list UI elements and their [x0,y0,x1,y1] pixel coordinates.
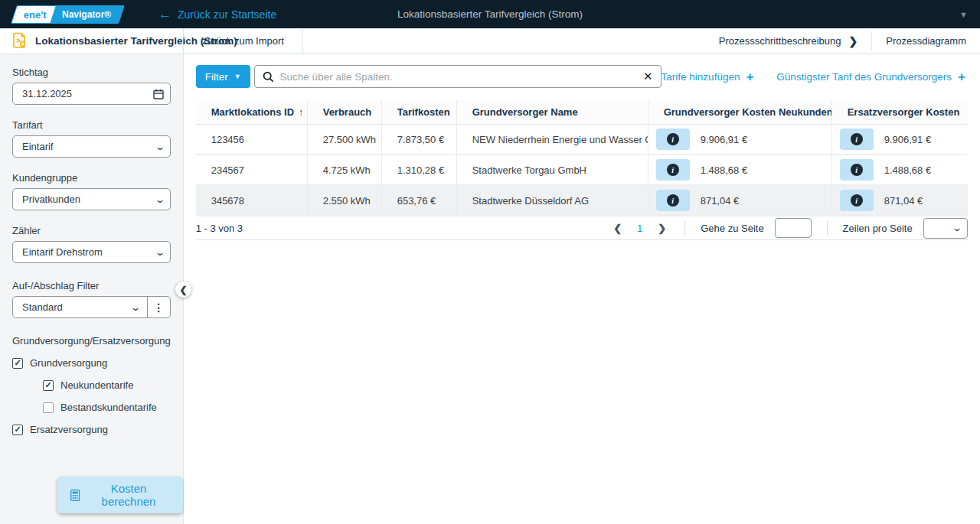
cell-verbrauch: 4.725 kWh [307,155,381,184]
info-button[interactable]: i [656,190,690,211]
cell-marktlokations-id: 345678 [196,186,307,215]
stichtag-date-input[interactable]: 31.12.2025 [12,83,171,105]
cell-ersatzversorger-kosten: i 9.906,91 € [831,125,968,154]
clear-search-icon[interactable]: ✕ [640,70,656,83]
pagination-divider [827,220,828,236]
info-button[interactable]: i [656,159,690,181]
checkbox-icon[interactable]: ✓ [43,380,54,391]
search-input[interactable] [280,71,640,83]
info-button[interactable]: i [840,190,874,211]
page-header-spacer [303,28,705,54]
add-tariffs-label: Tarife hinzufügen [662,71,740,83]
column-header-ersatzversorger-kosten[interactable]: Ersatzversorger Kosten [831,100,968,124]
column-header-label: Grundversorger Name [472,106,578,118]
aufabschlag-more-options-button[interactable]: ⋮ [147,297,170,317]
page-header-left: Lokationsbasierter Tarifvergleich (Strom… [0,28,184,54]
filter-button[interactable]: Filter ▼ [196,65,250,88]
cell-grundversorger-kosten: i 1.488,68 € [648,155,831,184]
tarifart-select[interactable]: Eintarif ⌄ [12,135,171,158]
cost-value: 871,04 € [884,195,923,207]
tarifart-value: Eintarif [22,141,156,152]
tab-back-to-import[interactable]: zurück zum Import [184,28,303,54]
column-header-grundversorger-name[interactable]: Grundversorger Name [456,100,648,124]
checkbox-icon[interactable]: ✓ [12,358,23,369]
cell-grundversorger-name: Stadtwerke Düsseldorf AG [456,186,648,215]
page-number[interactable]: 1 [635,223,644,234]
tariff-comparison-table: Marktlokations ID ↑ Verbrauch Tarifkoste… [196,100,968,240]
checkbox-ersatzversorgung[interactable]: ✓ Ersatzversorgung [12,424,171,435]
plus-icon: + [746,70,753,83]
zaehler-label: Zähler [12,225,171,236]
info-button[interactable]: i [840,129,874,150]
checkbox-label: Grundversorgung [30,357,107,369]
main-panel: Filter ▼ ✕ Tarife hinzufügen + Günstigst… [184,54,980,524]
aufabschlag-select[interactable]: Standard ⌄ [13,297,147,317]
content-area: Stichtag 31.12.2025 Tarifart Eintarif ⌄ … [0,54,980,524]
search-box: ✕ [254,65,662,88]
column-header-tarifkosten[interactable]: Tarifkosten [381,100,456,124]
process-diagram-link[interactable]: Prozessdiagramm [872,28,980,54]
cell-verbrauch: 2.550 kWh [307,186,381,215]
cell-marktlokations-id: 123456 [196,125,307,154]
calculate-costs-button[interactable]: Kosten berechnen [57,477,183,513]
column-header-verbrauch[interactable]: Verbrauch [307,100,381,124]
cell-grundversorger-kosten: i 9.906,91 € [648,125,831,154]
column-header-label: Grundversorger Kosten Neukunden [664,106,831,118]
back-to-home-link[interactable]: ← Zurück zur Startseite [158,8,276,21]
cell-ersatzversorger-kosten: i 871,04 € [831,186,968,215]
info-button[interactable]: i [840,159,874,181]
info-button[interactable]: i [656,129,690,150]
next-page-icon[interactable]: ❯ [655,223,669,234]
window-title: Lokationsbasierter Tarifvergleich (Strom… [0,8,980,20]
cell-tarifkosten: 653,76 € [381,186,456,215]
cost-value: 9.906,91 € [884,134,931,145]
column-header-label: Verbrauch [323,106,372,118]
calendar-icon[interactable] [153,89,164,99]
rows-per-page-select[interactable]: ⌄ [923,218,968,239]
zaehler-select[interactable]: Eintarif Drehstrom ⌄ [12,241,171,263]
back-arrow-icon: ← [158,8,172,21]
caret-down-icon: ▼ [234,73,241,80]
previous-page-icon[interactable]: ❮ [610,223,625,234]
add-tariffs-link[interactable]: Tarife hinzufügen + [662,70,754,83]
chevron-down-icon: ⌄ [155,142,165,152]
pagination-bar: 1 - 3 von 3 ❮ 1 ❯ Gehe zu Seite Zeilen p… [196,216,968,240]
checkbox-neukundentarife[interactable]: ✓ Neukundentarife [43,379,171,391]
pagination-range: 1 - 3 von 3 [196,223,243,234]
info-icon: i [851,194,863,207]
checkbox-icon[interactable] [43,402,54,413]
goto-page-input[interactable] [775,218,812,238]
cell-grundversorger-name: Stadtwerke Torgau GmbH [456,155,648,184]
column-header-grundversorger-kosten[interactable]: Grundversorger Kosten Neukunden [648,100,831,124]
rows-per-page-label: Zeilen pro Seite [843,223,913,234]
aufabschlag-label: Auf-/Abschlag Filter [12,280,171,291]
table-row[interactable]: 234567 4.725 kWh 1.310,28 € Stadtwerke T… [196,155,968,186]
sidebar-collapse-button[interactable]: ❮ [175,282,191,298]
goto-page-label: Gehe zu Seite [701,223,763,234]
cost-value: 1.488,68 € [884,164,931,176]
topbar-menu-caret-icon[interactable]: ▼ [959,10,968,19]
cell-grundversorger-kosten: i 871,04 € [648,186,831,215]
process-step-description-link[interactable]: Prozessschrittbeschreibung ❯ [705,28,871,54]
cheapest-tariff-link[interactable]: Günstigster Tarif des Grundversorgers + [776,70,965,83]
chevron-down-icon: ⌄ [155,247,165,258]
chevron-down-icon: ⌄ [130,302,141,313]
kundengruppe-select[interactable]: Privatkunden ⌄ [12,188,171,210]
table-row[interactable]: 123456 27.500 kWh 7.873,50 € NEW Niederr… [196,125,968,155]
checkbox-icon[interactable]: ✓ [12,425,23,435]
column-header-marktlokations-id[interactable]: Marktlokations ID ↑ [196,100,307,124]
cell-tarifkosten: 1.310,28 € [381,155,456,184]
cell-marktlokations-id: 234567 [196,155,307,184]
cost-value: 1.488,68 € [701,164,747,176]
table-row[interactable]: 345678 2.550 kWh 653,76 € Stadtwerke Düs… [196,186,968,216]
checkbox-label: Ersatzversorgung [30,424,108,435]
checkbox-bestandskundentarife[interactable]: Bestandskundentarife [43,402,171,413]
app-logo[interactable]: ene't Navigator® [14,5,122,24]
column-header-label: Ersatzversorger Kosten [848,106,960,118]
chevron-down-icon: ⌄ [155,194,165,205]
stichtag-value: 31.12.2025 [22,88,153,99]
info-icon: i [667,164,679,176]
plus-icon: + [958,70,965,83]
pagination-controls: ❮ 1 ❯ Gehe zu Seite Zeilen pro Seite ⌄ [243,218,968,239]
checkbox-grundversorgung[interactable]: ✓ Grundversorgung [12,357,171,369]
